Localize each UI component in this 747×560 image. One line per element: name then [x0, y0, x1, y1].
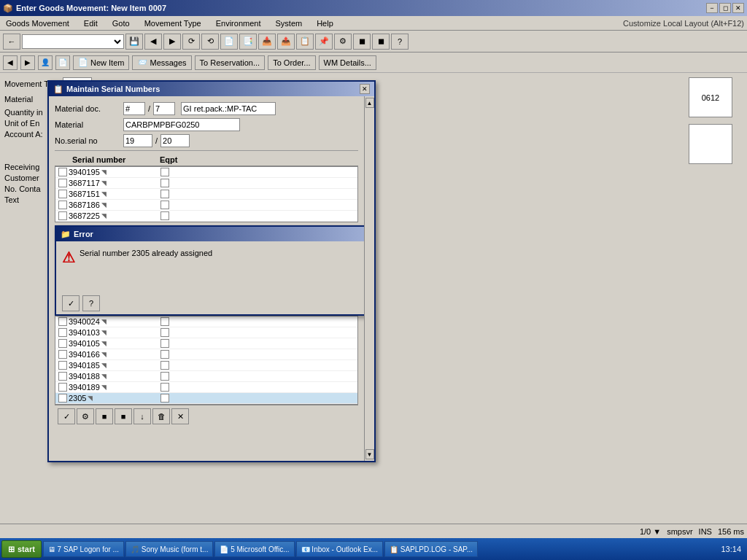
toolbar-btn-2[interactable]: ◀	[144, 34, 162, 50]
toolbar-btn-5[interactable]: ⟲	[201, 34, 219, 50]
start-button[interactable]: ⊞ start	[1, 540, 42, 558]
messages-button[interactable]: 📨 Messages	[132, 55, 191, 70]
eqpt-checkbox[interactable]	[160, 179, 169, 187]
serial-dialog-close-btn[interactable]: ✕	[360, 84, 370, 94]
error-ok-btn[interactable]: ✓	[62, 295, 80, 311]
serial-delete-btn[interactable]: 🗑	[152, 408, 170, 424]
serial-checkbox[interactable]	[58, 350, 67, 359]
serial-checkbox[interactable]	[58, 168, 67, 176]
serial-checkbox[interactable]	[58, 361, 67, 370]
serial-checkbox[interactable]	[58, 372, 67, 381]
wmdetails-label: WM Details...	[324, 58, 371, 67]
back-button[interactable]: ←	[3, 34, 20, 50]
serial-material-input[interactable]	[123, 118, 240, 131]
eqpt-checkbox[interactable]	[160, 339, 169, 348]
restore-button[interactable]: ◻	[719, 3, 731, 13]
toolbar-btn-11[interactable]: 📌	[315, 34, 333, 50]
next-button[interactable]: ▶	[20, 55, 35, 70]
eqpt-checkbox[interactable]	[160, 361, 169, 370]
person-button[interactable]: 👤	[38, 55, 53, 70]
prev-button[interactable]: ◀	[3, 55, 18, 70]
close-button[interactable]: ✕	[732, 3, 744, 13]
menu-goto[interactable]: Goto	[109, 18, 133, 29]
taskbar-item-4[interactable]: 📧 Inbox - Outlook Ex...	[296, 541, 383, 557]
serial-scrollbar[interactable]: ▲ ▼	[364, 96, 374, 461]
menu-movement-type[interactable]: Movement Type	[142, 18, 204, 29]
eqpt-checkbox[interactable]	[160, 394, 169, 402]
toolbar-btn-9[interactable]: 📤	[277, 34, 295, 50]
list-item: 3687186 ◥	[55, 200, 357, 211]
menu-goods-movement[interactable]: Goods Movement	[3, 18, 72, 29]
list-item: 3940195 ◥	[55, 167, 357, 178]
serial-down-btn[interactable]: ↓	[133, 408, 151, 424]
serial-save-btn[interactable]: ■	[96, 408, 113, 424]
toolbar-btn-8[interactable]: 📥	[258, 34, 276, 50]
serial-checkbox[interactable]	[58, 211, 67, 220]
order-button[interactable]: To Order...	[268, 55, 315, 70]
error-title-text: Error	[74, 230, 93, 238]
taskbar-item-2[interactable]: 🎵 Sony Music (form t...	[125, 541, 213, 557]
scroll-up-btn[interactable]: ▲	[365, 98, 374, 108]
eqpt-checkbox[interactable]	[160, 190, 169, 198]
menu-environment[interactable]: Environment	[213, 18, 264, 29]
serial-materialdoc-type[interactable]	[181, 102, 276, 115]
toolbar-combo[interactable]	[22, 34, 124, 49]
serial-checkbox[interactable]	[58, 328, 67, 337]
error-help-btn[interactable]: ?	[82, 295, 100, 311]
toolbar-btn-3[interactable]: ▶	[163, 34, 181, 50]
serial-load-btn[interactable]: ■	[115, 408, 132, 424]
divider	[55, 150, 358, 151]
serial-num-cell: 3940188 ◥	[58, 372, 160, 381]
menu-system[interactable]: System	[272, 18, 305, 29]
serial-checkbox[interactable]	[58, 383, 67, 392]
serial-num-cell: 3940105 ◥	[58, 339, 160, 348]
eqpt-checkbox[interactable]	[160, 328, 169, 337]
minimize-button[interactable]: −	[706, 3, 718, 13]
serial-dialog-titlebar: 📋 Maintain Serial Numbers ✕	[49, 82, 374, 96]
menu-edit[interactable]: Edit	[81, 18, 101, 29]
serial-no-to[interactable]	[160, 134, 190, 147]
scroll-down-btn[interactable]: ▼	[365, 449, 374, 459]
serial-checkbox[interactable]	[58, 339, 67, 348]
serial-checkbox[interactable]	[58, 317, 67, 326]
serial-num-cell: 3940166 ◥	[58, 350, 160, 359]
serial-checkbox[interactable]	[58, 179, 67, 187]
eqpt-checkbox[interactable]	[160, 383, 169, 392]
menu-help[interactable]: Help	[314, 18, 336, 29]
toolbar-btn-14[interactable]: ◼	[372, 34, 390, 50]
serial-config-btn[interactable]: ⚙	[77, 408, 94, 424]
serial-ok-btn[interactable]: ✓	[58, 408, 75, 424]
taskbar-item-1[interactable]: 🖥 7 SAP Logon for ...	[43, 541, 124, 557]
wmdetails-button[interactable]: WM Details...	[319, 55, 376, 70]
serial-no-from[interactable]	[123, 134, 152, 147]
taskbar-item-5[interactable]: 📋 SAPLPD.LOG - SAP...	[384, 541, 478, 557]
serial-checkbox[interactable]	[58, 190, 67, 198]
eqpt-checkbox[interactable]	[160, 317, 169, 326]
toolbar-btn-4[interactable]: ⟳	[182, 34, 200, 50]
toolbar-btn-13[interactable]: ◼	[353, 34, 371, 50]
eqpt-checkbox[interactable]	[160, 168, 169, 176]
doc-button[interactable]: 📄	[55, 55, 70, 70]
serial-number: 3687117	[69, 179, 100, 187]
toolbar-btn-1[interactable]: 💾	[125, 34, 143, 50]
toolbar-btn-12[interactable]: ⚙	[334, 34, 352, 50]
serial-cancel-btn[interactable]: ✕	[171, 408, 189, 424]
serial-materialdoc-input[interactable]	[123, 102, 145, 115]
serial-checkbox[interactable]	[58, 201, 67, 209]
taskbar-item-label: 📧 Inbox - Outlook Ex...	[301, 545, 378, 553]
serial-materialdoc-num[interactable]	[153, 102, 175, 115]
serial-checkbox[interactable]	[58, 394, 67, 402]
serial-num-cell: 3940189 ◥	[58, 383, 160, 392]
eqpt-checkbox[interactable]	[160, 211, 169, 220]
eqpt-checkbox[interactable]	[160, 350, 169, 359]
toolbar-btn-6[interactable]: 📄	[220, 34, 238, 50]
taskbar-item-3[interactable]: 📄 5 Microsoft Offic...	[214, 541, 294, 557]
serial-dialog-title: Maintain Serial Numbers	[66, 85, 160, 93]
new-item-button[interactable]: 📄 New Item	[73, 55, 129, 70]
help-button[interactable]: ?	[391, 34, 409, 50]
eqpt-checkbox[interactable]	[160, 201, 169, 209]
toolbar-btn-10[interactable]: 📋	[296, 34, 314, 50]
eqpt-checkbox[interactable]	[160, 372, 169, 381]
toolbar-btn-7[interactable]: 📑	[239, 34, 257, 50]
reservation-button[interactable]: To Reservation...	[195, 55, 266, 70]
